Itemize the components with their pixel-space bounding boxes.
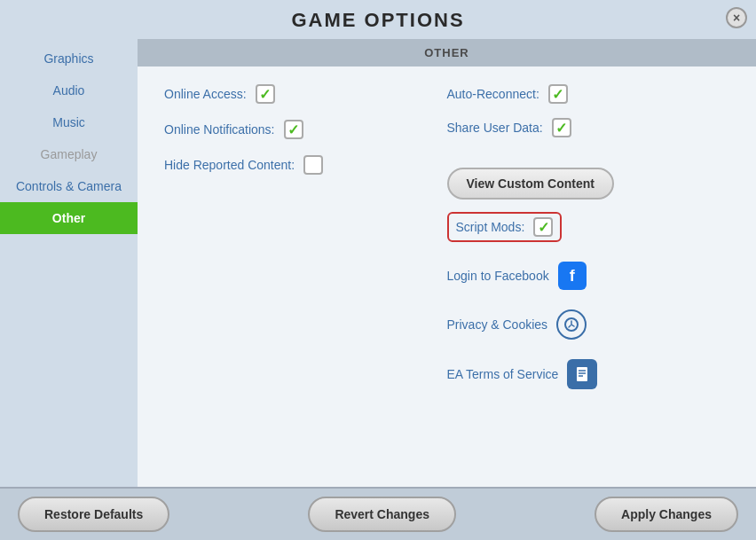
view-custom-content-button[interactable]: View Custom Content xyxy=(447,168,614,200)
share-user-data-checkbox[interactable] xyxy=(552,118,571,137)
auto-reconnect-row: Auto-Reconnect: xyxy=(447,84,730,104)
hide-reported-label: Hide Reported Content: xyxy=(164,158,295,172)
sidebar-item-audio[interactable]: Audio xyxy=(0,74,138,106)
sidebar-item-music[interactable]: Music xyxy=(0,106,138,138)
script-mods-label: Script Mods: xyxy=(456,220,525,234)
facebook-icon[interactable]: f xyxy=(558,262,587,290)
privacy-row: Privacy & Cookies xyxy=(447,309,730,340)
sidebar-item-gameplay: Gameplay xyxy=(0,138,138,170)
title-bar: Game Options × xyxy=(0,0,756,39)
script-mods-row: Script Mods: xyxy=(447,212,563,242)
options-grid: Online Access: Online Notifications: Hid… xyxy=(138,67,756,487)
online-notifications-label: Online Notifications: xyxy=(164,122,275,137)
section-header: Other xyxy=(138,39,756,67)
auto-reconnect-label: Auto-Reconnect: xyxy=(447,87,539,101)
online-access-label: Online Access: xyxy=(164,87,247,101)
tos-row: EA Terms of Service xyxy=(447,359,730,389)
close-button[interactable]: × xyxy=(726,7,747,28)
online-access-row: Online Access: xyxy=(164,84,447,104)
right-options-col: Auto-Reconnect: Share User Data: View Cu… xyxy=(447,84,730,469)
apply-changes-button[interactable]: Apply Changes xyxy=(595,497,738,532)
main-content: Graphics Audio Music Gameplay Controls &… xyxy=(0,39,756,487)
online-access-checkbox[interactable] xyxy=(256,84,275,104)
auto-reconnect-checkbox[interactable] xyxy=(548,84,568,104)
sidebar-item-controls-camera[interactable]: Controls & Camera xyxy=(0,170,138,202)
share-user-data-row: Share User Data: xyxy=(447,118,730,137)
online-notifications-checkbox[interactable] xyxy=(284,120,303,139)
page-title: Game Options xyxy=(291,9,464,31)
sidebar-item-other[interactable]: Other xyxy=(0,202,138,234)
revert-changes-button[interactable]: Revert Changes xyxy=(308,497,456,532)
privacy-label: Privacy & Cookies xyxy=(447,317,548,332)
left-options-col: Online Access: Online Notifications: Hid… xyxy=(164,84,447,469)
footer: Restore Defaults Revert Changes Apply Ch… xyxy=(0,487,756,540)
hide-reported-row: Hide Reported Content: xyxy=(164,155,447,175)
game-options-window: Game Options × Graphics Audio Music Game… xyxy=(0,0,756,540)
hide-reported-checkbox[interactable] xyxy=(303,155,323,175)
sidebar-item-graphics[interactable]: Graphics xyxy=(0,43,138,74)
sidebar: Graphics Audio Music Gameplay Controls &… xyxy=(0,39,138,487)
privacy-icon[interactable] xyxy=(556,309,587,340)
svg-rect-1 xyxy=(577,367,587,381)
restore-defaults-button[interactable]: Restore Defaults xyxy=(18,497,169,532)
tos-label: EA Terms of Service xyxy=(447,367,559,381)
tos-icon[interactable] xyxy=(567,359,597,389)
script-mods-checkbox[interactable] xyxy=(533,217,553,237)
facebook-label: Login to Facebook xyxy=(447,269,549,283)
content-area: Other Online Access: Online Notification… xyxy=(138,39,756,487)
share-user-data-label: Share User Data: xyxy=(447,121,543,135)
online-notifications-row: Online Notifications: xyxy=(164,120,447,139)
facebook-row: Login to Facebook f xyxy=(447,262,730,290)
